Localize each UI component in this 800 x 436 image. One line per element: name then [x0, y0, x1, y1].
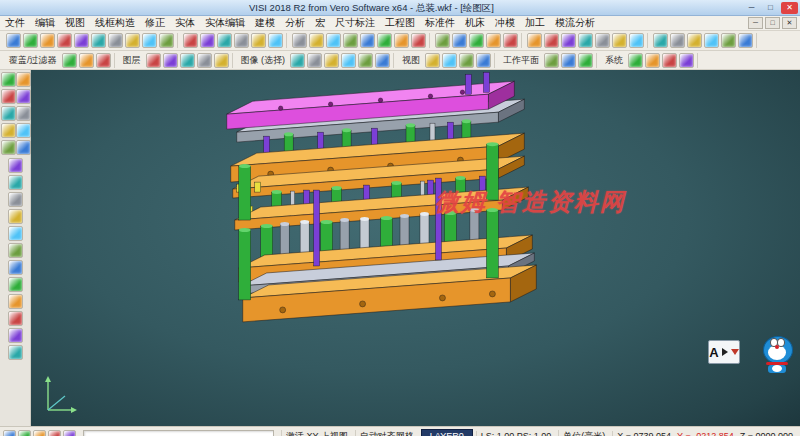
- toolbar-icon[interactable]: [503, 33, 518, 48]
- toolbar-icon[interactable]: [214, 53, 229, 68]
- toolbar-icon[interactable]: [40, 33, 55, 48]
- toolbar-icon[interactable]: [163, 53, 178, 68]
- toolbar-icon[interactable]: [183, 33, 198, 48]
- sidebar-icon[interactable]: [1, 123, 16, 138]
- menu-item[interactable]: 修正: [140, 16, 170, 30]
- toolbar-icon[interactable]: [180, 53, 195, 68]
- toolbar-icon[interactable]: [469, 33, 484, 48]
- menu-item[interactable]: 文件: [0, 16, 30, 30]
- toolbar-icon[interactable]: [704, 33, 719, 48]
- toolbar-icon[interactable]: [544, 53, 559, 68]
- status-icon[interactable]: [18, 430, 31, 436]
- status-icon[interactable]: [33, 430, 46, 436]
- toolbar-group-label[interactable]: 覆盖/过滤器: [6, 54, 60, 67]
- toolbar-icon[interactable]: [435, 33, 450, 48]
- toolbar-icon[interactable]: [459, 53, 474, 68]
- sidebar-icon[interactable]: [1, 72, 16, 87]
- toolbar-icon[interactable]: [91, 33, 106, 48]
- toolbar-icon[interactable]: [653, 33, 668, 48]
- toolbar-icon[interactable]: [307, 53, 322, 68]
- toolbar-icon[interactable]: [341, 53, 356, 68]
- sidebar-icon[interactable]: [8, 311, 23, 326]
- toolbar-icon[interactable]: [343, 33, 358, 48]
- toolbar-icon[interactable]: [23, 33, 38, 48]
- toolbar-icon[interactable]: [309, 33, 324, 48]
- sidebar-icon[interactable]: [8, 226, 23, 241]
- toolbar-icon[interactable]: [411, 33, 426, 48]
- toolbar-icon[interactable]: [595, 33, 610, 48]
- toolbar-icon[interactable]: [108, 33, 123, 48]
- toolbar-icon[interactable]: [629, 33, 644, 48]
- menu-item[interactable]: 线框构造: [90, 16, 140, 30]
- sidebar-icon[interactable]: [8, 328, 23, 343]
- toolbar-icon[interactable]: [687, 33, 702, 48]
- sidebar-icon[interactable]: [8, 277, 23, 292]
- menu-item[interactable]: 编辑: [30, 16, 60, 30]
- toolbar-icon[interactable]: [679, 53, 694, 68]
- toolbar-icon[interactable]: [662, 53, 677, 68]
- snap-grid-label[interactable]: 自动对齐网格: [355, 430, 418, 436]
- toolbar-icon[interactable]: [375, 53, 390, 68]
- toolbar-icon[interactable]: [146, 53, 161, 68]
- sidebar-icon[interactable]: [1, 106, 16, 121]
- toolbar-icon[interactable]: [738, 33, 753, 48]
- menu-item[interactable]: 加工: [520, 16, 550, 30]
- sidebar-icon[interactable]: [16, 106, 31, 121]
- menu-item[interactable]: 冲模: [490, 16, 520, 30]
- mdi-minimize-button[interactable]: ─: [748, 17, 763, 29]
- toolbar-icon[interactable]: [62, 53, 77, 68]
- toolbar-icon[interactable]: [79, 53, 94, 68]
- active-view-label[interactable]: 激活 XY 上视图: [281, 430, 352, 436]
- toolbar-icon[interactable]: [670, 33, 685, 48]
- menu-item[interactable]: 尺寸标注: [330, 16, 380, 30]
- toolbar-icon[interactable]: [721, 33, 736, 48]
- menu-item[interactable]: 分析: [280, 16, 310, 30]
- toolbar-icon[interactable]: [578, 53, 593, 68]
- toolbar-icon[interactable]: [57, 33, 72, 48]
- mdi-close-button[interactable]: ✕: [782, 17, 797, 29]
- menu-item[interactable]: 实体: [170, 16, 200, 30]
- close-button[interactable]: ✕: [781, 2, 798, 14]
- toolbar-icon[interactable]: [527, 33, 542, 48]
- sidebar-icon[interactable]: [16, 123, 31, 138]
- sidebar-icon[interactable]: [8, 345, 23, 360]
- toolbar-icon[interactable]: [197, 53, 212, 68]
- menu-item[interactable]: 标准件: [420, 16, 460, 30]
- toolbar-icon[interactable]: [96, 53, 111, 68]
- sidebar-icon[interactable]: [1, 89, 16, 104]
- sidebar-icon[interactable]: [16, 72, 31, 87]
- status-icon[interactable]: [48, 430, 61, 436]
- toolbar-icon[interactable]: [125, 33, 140, 48]
- toolbar-icon[interactable]: [628, 53, 643, 68]
- menu-item[interactable]: 视图: [60, 16, 90, 30]
- view-orientation-widget[interactable]: A: [708, 340, 740, 364]
- sidebar-icon[interactable]: [1, 140, 16, 155]
- menu-item[interactable]: 工程图: [380, 16, 420, 30]
- status-icon[interactable]: [3, 430, 16, 436]
- title-bar[interactable]: VISI 2018 R2 from Vero Software x64 - 总装…: [0, 0, 800, 16]
- toolbar-icon[interactable]: [200, 33, 215, 48]
- toolbar-icon[interactable]: [612, 33, 627, 48]
- sidebar-icon[interactable]: [8, 209, 23, 224]
- toolbar-icon[interactable]: [290, 53, 305, 68]
- menu-item[interactable]: 建模: [250, 16, 280, 30]
- sidebar-icon[interactable]: [8, 158, 23, 173]
- minimize-button[interactable]: ─: [743, 2, 760, 14]
- toolbar-icon[interactable]: [561, 53, 576, 68]
- toolbar-icon[interactable]: [561, 33, 576, 48]
- sidebar-icon[interactable]: [16, 140, 31, 155]
- layer-button[interactable]: LAYER0: [421, 429, 473, 436]
- toolbar-icon[interactable]: [251, 33, 266, 48]
- toolbar-icon[interactable]: [394, 33, 409, 48]
- toolbar-icon[interactable]: [358, 53, 373, 68]
- toolbar-icon[interactable]: [645, 53, 660, 68]
- command-input[interactable]: [83, 430, 274, 436]
- toolbar-icon[interactable]: [476, 53, 491, 68]
- sidebar-icon[interactable]: [16, 89, 31, 104]
- sidebar-icon[interactable]: [8, 294, 23, 309]
- sidebar-icon[interactable]: [8, 243, 23, 258]
- toolbar-icon[interactable]: [442, 53, 457, 68]
- toolbar-group-label[interactable]: 视图: [399, 54, 423, 67]
- toolbar-icon[interactable]: [74, 33, 89, 48]
- doraemon-sticker[interactable]: [760, 336, 794, 374]
